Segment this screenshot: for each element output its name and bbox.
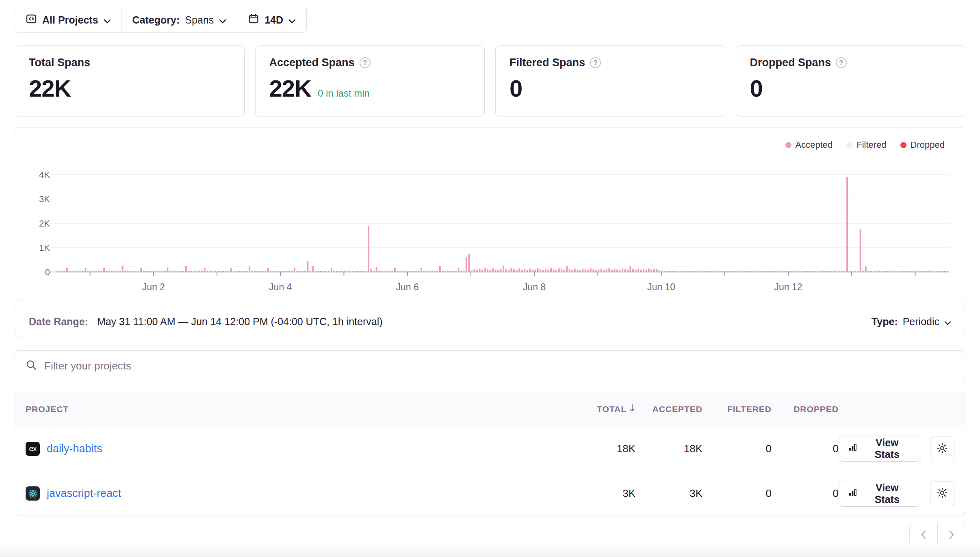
total-cell: 3K [575,487,635,500]
date-range-label: Date Range: [29,316,88,328]
stat-cards: Total Spans 22K Accepted Spans ? 22K 0 i… [15,45,965,117]
category-selector[interactable]: Category: Spans [121,7,237,32]
chevron-down-icon [944,316,951,328]
calendar-icon [248,13,259,27]
total-spans-card: Total Spans 22K [15,45,245,117]
card-title: Accepted Spans [269,56,355,69]
date-range-value: 14D [265,14,283,26]
gear-icon [936,487,948,500]
svg-text:Jun 2: Jun 2 [142,282,165,292]
spans-chart-card: Accepted Filtered Dropped 01K2K3K4KJun 2… [15,127,965,300]
chevron-down-icon [104,14,111,26]
dropped-spans-card: Dropped Spans ? 0 [736,45,966,117]
projects-table: Project Total Accepted Filtered Dropped … [15,392,965,516]
filtered-dot-icon [846,142,852,148]
date-range-selector[interactable]: 14D [237,7,306,32]
bar-chart-icon [848,488,858,500]
chevron-down-icon [219,14,226,26]
chevron-down-icon [288,14,296,26]
project-settings-button[interactable] [930,481,954,506]
stats-filter-bar: All Projects Category: Spans 14D [15,7,307,33]
filtered-cell: 0 [702,443,772,455]
projects-icon [26,13,37,27]
svg-text:Jun 8: Jun 8 [523,282,546,292]
column-header-dropped[interactable]: Dropped [772,404,839,414]
pagination [15,522,965,548]
card-value: 22K [269,75,311,102]
chart-legend: Accepted Filtered Dropped [15,140,965,150]
type-selector[interactable]: Type: Periodic [872,316,951,328]
card-title: Dropped Spans [750,56,831,69]
project-settings-button[interactable] [930,436,954,461]
gear-icon [936,442,948,456]
accepted-cell: 3K [635,487,702,500]
search-icon [26,359,37,372]
accepted-cell: 18K [635,443,702,455]
project-selector-label: All Projects [42,14,98,26]
svg-text:1K: 1K [39,243,50,253]
table-header-row: Project Total Accepted Filtered Dropped [15,392,965,426]
date-range-bar: Date Range: May 31 11:00 AM — Jun 14 12:… [15,306,965,337]
view-stats-button[interactable]: View Stats [839,481,921,507]
project-selector[interactable]: All Projects [15,7,121,32]
dropped-dot-icon [900,142,906,148]
spans-bar-chart: 01K2K3K4KJun 2Jun 4Jun 6Jun 8Jun 10Jun 1… [15,150,965,296]
card-value: 22K [29,75,71,102]
project-search-bar [15,350,965,381]
legend-label: Dropped [911,140,945,150]
search-input[interactable] [44,360,954,372]
help-icon[interactable]: ? [360,57,371,68]
legend-label: Accepted [796,140,833,150]
category-label: Category: [132,14,180,26]
react-platform-icon [26,486,40,501]
filtered-spans-card: Filtered Spans ? 0 [495,45,725,117]
legend-item-accepted[interactable]: Accepted [785,140,833,150]
column-header-project: Project [26,404,575,414]
svg-text:0: 0 [45,267,50,277]
svg-text:Jun 10: Jun 10 [647,282,675,292]
dropped-cell: 0 [772,487,839,500]
svg-text:2K: 2K [39,218,50,229]
table-row: ex daily-habits 18K 18K 0 0 View Stats [15,426,965,471]
type-label: Type: [872,316,898,328]
org-stats-page: All Projects Category: Spans 14D [0,0,980,557]
last-minute-count: 0 in last min [318,88,370,99]
legend-item-dropped[interactable]: Dropped [900,140,945,150]
column-header-total[interactable]: Total [575,404,635,414]
svg-text:Jun 12: Jun 12 [774,282,802,292]
next-page-button[interactable] [937,522,965,547]
column-header-accepted[interactable]: Accepted [635,404,702,414]
card-value: 0 [510,75,522,102]
accepted-spans-card: Accepted Spans ? 22K 0 in last min [255,45,485,117]
help-icon[interactable]: ? [836,57,847,68]
svg-text:Jun 4: Jun 4 [269,282,292,292]
filtered-cell: 0 [702,487,772,500]
accepted-dot-icon [785,142,791,148]
view-stats-button[interactable]: View Stats [839,436,921,462]
svg-text:4K: 4K [39,170,50,180]
express-platform-icon: ex [26,442,40,456]
project-link[interactable]: daily-habits [47,443,102,455]
card-value: 0 [750,75,763,102]
sort-descending-icon [629,404,635,414]
type-value: Periodic [903,316,939,328]
page-bottom-edge [0,545,980,557]
total-cell: 18K [575,443,635,455]
date-range-value-text: May 31 11:00 AM — Jun 14 12:00 PM (-04:0… [97,316,383,328]
svg-text:Jun 6: Jun 6 [396,282,419,292]
table-row: javascript-react 3K 3K 0 0 View Stats [15,471,965,516]
legend-item-filtered[interactable]: Filtered [846,140,886,150]
card-title: Filtered Spans [510,56,585,69]
legend-label: Filtered [856,140,886,150]
previous-page-button[interactable] [910,522,937,547]
card-title: Total Spans [29,56,90,69]
bar-chart-icon [848,443,858,455]
help-icon[interactable]: ? [590,57,601,68]
category-value: Spans [185,14,214,26]
dropped-cell: 0 [772,443,839,455]
column-header-filtered[interactable]: Filtered [702,404,772,414]
svg-text:3K: 3K [39,194,50,204]
project-link[interactable]: javascript-react [47,487,121,500]
